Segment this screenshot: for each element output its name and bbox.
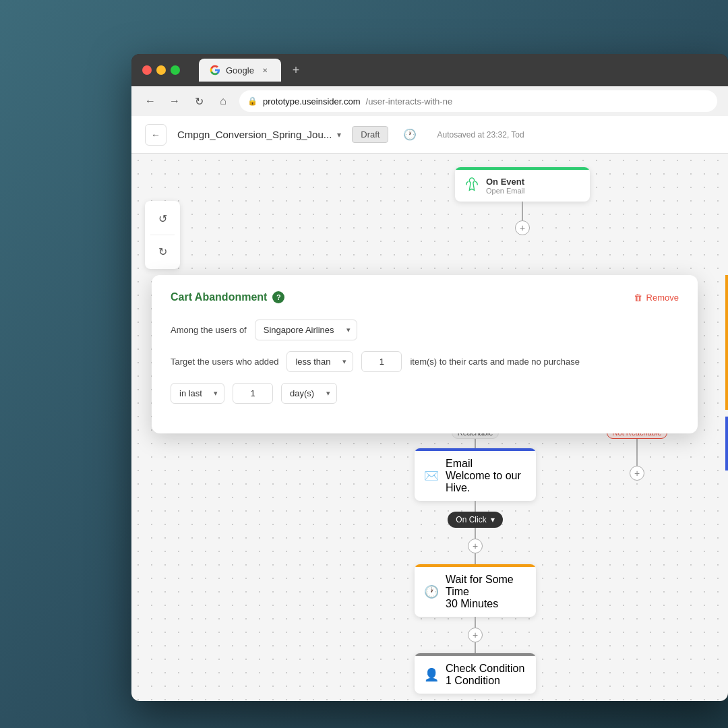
person-icon: 👤 (424, 667, 439, 682)
left-branch: Reachable ✉️ Email Welcome to our Hive. (394, 413, 556, 694)
among-users-row: Among the users of Singapore Airlines (171, 320, 679, 340)
remove-button[interactable]: 🗑 Remove (634, 293, 679, 303)
yellow-accent-bar (725, 275, 728, 410)
status-badge[interactable]: Draft (352, 126, 388, 143)
refresh-button[interactable]: ↻ (191, 93, 207, 109)
check-subtitle: 1 Condition (446, 675, 524, 687)
google-icon (210, 65, 220, 75)
email-info: Email Welcome to our Hive. (446, 458, 526, 494)
among-label: Among the users of (171, 325, 247, 335)
redo-button[interactable]: ↻ (150, 239, 175, 264)
target-label: Target the users who added (171, 357, 278, 367)
email-node[interactable]: ✉️ Email Welcome to our Hive. (415, 448, 536, 501)
on-event-info: On Event Open Email (486, 177, 524, 195)
lock-icon: 🔒 (247, 96, 257, 106)
autosaved-text: Autosaved at 23:32, Tod (437, 130, 524, 140)
remove-label: Remove (646, 293, 679, 303)
panel-title-text: Cart Abandonment (171, 291, 267, 303)
left-toolbar: ↺ ↻ (145, 201, 180, 269)
forward-nav-button[interactable]: → (166, 93, 183, 109)
wait-title: Wait for Some Time (446, 574, 526, 598)
condition-select-wrapper: less than (286, 351, 353, 372)
wait-subtitle: 30 Minutes (446, 598, 526, 610)
clock-icon: 🕐 (424, 584, 439, 599)
back-nav-button[interactable]: ← (142, 93, 158, 109)
plus-button-1[interactable]: + (515, 220, 530, 235)
event-icon (464, 177, 479, 195)
check-info: Check Condition 1 Condition (446, 663, 524, 687)
trash-icon: 🗑 (634, 293, 642, 303)
partner-select[interactable]: Singapore Airlines (255, 320, 357, 340)
tab-bar: Google ✕ + (199, 59, 305, 82)
wait-node-body: 🕐 Wait for Some Time 30 Minutes (415, 567, 536, 617)
time-value-input[interactable] (233, 383, 273, 404)
minimize-button[interactable] (156, 65, 166, 75)
time-prefix-select[interactable]: in last (171, 383, 224, 404)
chevron-icon: ▾ (491, 515, 495, 524)
campaign-name-container: Cmpgn_Conversion_Spring_Jou... ▾ (177, 129, 341, 140)
help-icon[interactable]: ? (272, 291, 284, 303)
email-node-body: ✉️ Email Welcome to our Hive. (415, 451, 536, 501)
email-icon: ✉️ (424, 468, 439, 483)
panel-title-container: Cart Abandonment ? (171, 291, 284, 303)
partner-select-wrapper: Singapore Airlines (255, 320, 357, 340)
undo-button[interactable]: ↺ (150, 206, 175, 231)
browser-titlebar: Google ✕ + (131, 54, 728, 86)
on-event-subtitle: Open Email (486, 187, 524, 195)
connector-line-1 (522, 202, 523, 220)
address-bar-row: ← → ↻ ⌂ 🔒 prototype.useinsider.com /user… (131, 86, 728, 116)
connector-before-check (475, 642, 476, 653)
on-click-label: On Click (456, 515, 486, 524)
app-header: ← Cmpgn_Conversion_Spring_Jou... ▾ Draft… (131, 116, 728, 154)
wait-node[interactable]: 🕐 Wait for Some Time 30 Minutes (415, 564, 536, 617)
campaign-name-text: Cmpgn_Conversion_Spring_Jou... (177, 129, 332, 140)
toolbar-divider (150, 235, 175, 235)
time-unit-select[interactable]: day(s) (281, 383, 337, 404)
home-button[interactable]: ⌂ (215, 93, 231, 109)
panel-header: Cart Abandonment ? 🗑 Remove (171, 291, 679, 303)
plus-button-2[interactable]: + (468, 539, 483, 553)
traffic-lights (142, 65, 180, 75)
active-tab[interactable]: Google ✕ (199, 59, 281, 82)
email-title: Email (446, 458, 526, 470)
branch-labels: Reachable ✉️ Email Welcome to our Hive. (394, 413, 718, 694)
condition-select[interactable]: less than (286, 351, 353, 372)
plus-button-right[interactable]: + (630, 466, 644, 481)
on-event-node: On Event Open Email + (455, 167, 590, 235)
on-event-title: On Event (486, 177, 524, 187)
address-domain: prototype.useinsider.com (263, 96, 361, 107)
connector-before-wait (475, 553, 476, 564)
cart-abandonment-panel: Cart Abandonment ? 🗑 Remove Among the us… (152, 275, 698, 433)
plus-button-3[interactable]: + (468, 628, 483, 642)
tab-title: Google (226, 65, 254, 75)
time-prefix-select-wrapper: in last (171, 383, 224, 404)
on-click-button[interactable]: On Click ▾ (448, 512, 502, 528)
chevron-down-icon[interactable]: ▾ (337, 130, 341, 140)
canvas-area[interactable]: ↺ ↻ (131, 154, 728, 701)
app-area: ← Cmpgn_Conversion_Spring_Jou... ▾ Draft… (131, 116, 728, 701)
time-unit-select-wrapper: day(s) (281, 383, 337, 404)
tab-close-icon[interactable]: ✕ (260, 65, 270, 75)
time-row: in last day(s) (171, 383, 679, 404)
blue-accent-bar (725, 417, 728, 471)
on-event-flow-node[interactable]: On Event Open Email (455, 167, 590, 202)
address-bar[interactable]: 🔒 prototype.useinsider.com /user-interac… (239, 90, 717, 112)
browser-window: Google ✕ + ← → ↻ ⌂ 🔒 prototype.useinside… (131, 54, 728, 701)
wait-info: Wait for Some Time 30 Minutes (446, 574, 526, 610)
flow-diagram: Reachable ✉️ Email Welcome to our Hive. (394, 413, 718, 694)
target-row: Target the users who added less than 1 i… (171, 351, 679, 372)
maximize-button[interactable] (171, 65, 180, 75)
app-back-button[interactable]: ← (145, 124, 166, 146)
not-reachable-line (636, 439, 638, 466)
close-button[interactable] (142, 65, 152, 75)
connector-after-onclick (475, 528, 476, 539)
quantity-input[interactable]: 1 (361, 351, 402, 372)
branch-line-bottom-left (475, 439, 476, 448)
check-node-body: 👤 Check Condition 1 Condition (415, 656, 536, 694)
item-label: item(s) to their carts and made no purch… (410, 357, 579, 367)
new-tab-button[interactable]: + (286, 61, 305, 80)
address-path: /user-interacts-with-ne (366, 96, 453, 107)
history-button[interactable]: 🕐 (399, 124, 421, 146)
check-condition-node[interactable]: 👤 Check Condition 1 Condition (415, 653, 536, 694)
connector-after-email (475, 501, 476, 512)
